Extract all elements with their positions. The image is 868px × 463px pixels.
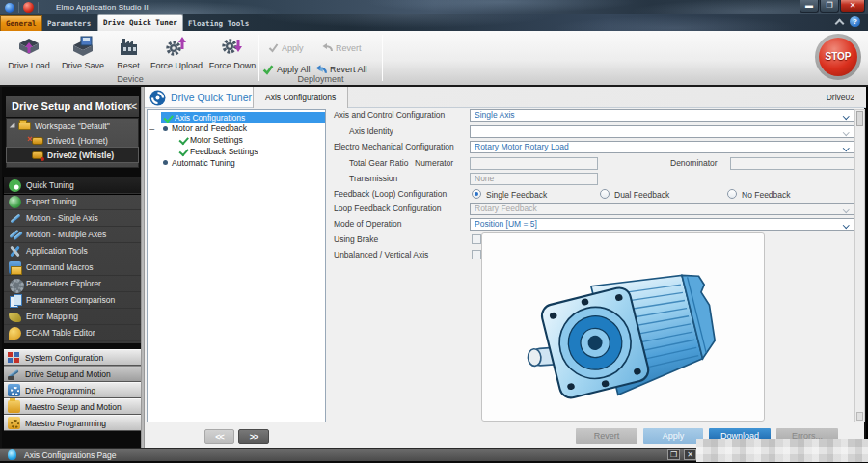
- divider: [38, 2, 39, 13]
- sidebar-item-parameters-comparison[interactable]: Parameters Comparison: [4, 292, 141, 309]
- tab-axis-configurations[interactable]: Axis Configurations: [253, 87, 348, 108]
- unbalanced-vertical-axis-checkbox[interactable]: [472, 250, 481, 259]
- no-feedback-radio[interactable]: [727, 189, 737, 199]
- mode-of-operation-select[interactable]: Position [UM = 5]: [470, 218, 854, 231]
- close-button[interactable]: ✕: [840, 0, 865, 13]
- status-expand-icon[interactable]: ✕: [684, 449, 696, 460]
- expert-tuning-icon: [9, 196, 21, 208]
- selected-value: Rotary Feedback: [475, 204, 537, 213]
- motor-illustration: [482, 233, 764, 421]
- nav-forward-button[interactable]: >>: [238, 429, 269, 444]
- force-down-button[interactable]: Force Down: [206, 35, 258, 70]
- axis-control-config-select[interactable]: Single Axis: [470, 109, 854, 122]
- status-text: Axis Configurations Page: [24, 450, 116, 460]
- tab-drive-quick-tuner[interactable]: Drive Quick Tuner: [97, 14, 183, 31]
- workspace-folder-icon: [18, 122, 31, 130]
- apply-form-button[interactable]: Apply: [643, 428, 703, 444]
- tree-item-axis-configurations[interactable]: Axis Configurations: [161, 112, 325, 123]
- revert-form-button[interactable]: Revert: [576, 428, 637, 444]
- tree-item-automatic-tuning[interactable]: Automatic Tuning: [161, 157, 325, 169]
- sidebar: Drive Setup and Motion << Workspace "Def…: [0, 87, 141, 448]
- ribbon-tab-row: General Parameters Drive Quick Tuner Flo…: [0, 14, 868, 31]
- unbalanced-vertical-axis-label: Unbalanced / Vertical Axis: [334, 250, 428, 259]
- sidebar-item-application-tools[interactable]: Application Tools: [4, 243, 141, 259]
- sidebar-item-quick-tuning[interactable]: Quick Tuning: [4, 177, 141, 194]
- deployment-group-label: Deployment: [260, 74, 381, 84]
- scrollbar-down[interactable]: [856, 412, 863, 421]
- transmission-input[interactable]: None: [470, 173, 598, 185]
- drive-save-icon: [70, 35, 95, 60]
- axis-identity-select[interactable]: [470, 125, 854, 138]
- minimize-button[interactable]: ▬: [800, 0, 819, 13]
- loop-feedback-config-select[interactable]: Rotary Feedback: [470, 203, 854, 215]
- stop-button[interactable]: STOP: [815, 34, 861, 80]
- collapse-ribbon-icon[interactable]: [835, 19, 844, 25]
- force-upload-button[interactable]: Force Upload: [147, 35, 206, 70]
- titlebar-stop-icon[interactable]: [23, 2, 34, 13]
- sidebar-item-drive-setup-and-motion[interactable]: Drive Setup and Motion: [4, 366, 141, 382]
- workspace-tree: Workspace "Default" Drive01 (Hornet) Dri…: [6, 118, 139, 168]
- titlebar: Elmo Application Studio II ▬ ❐ ✕: [0, 0, 868, 14]
- dual-feedback-radio[interactable]: [600, 189, 610, 199]
- sidebar-item-expert-tuning[interactable]: Expert Tuning: [4, 194, 141, 210]
- tree-item-motor-and-feedback[interactable]: − Motor and Feedback: [161, 123, 325, 135]
- tree-label: Motor Settings: [190, 135, 243, 145]
- drive02-label: Drive02 (Whistle): [47, 150, 114, 160]
- tab-general[interactable]: General: [0, 15, 42, 31]
- sidebar-item-maestro-setup-and-motion[interactable]: Maestro Setup and Motion: [4, 398, 141, 415]
- tree-item-motor-settings[interactable]: Motor Settings: [176, 134, 325, 146]
- sidebar-item-label: Drive Programming: [25, 386, 95, 395]
- apply-button[interactable]: Apply: [268, 42, 304, 53]
- group-separator: [258, 35, 259, 81]
- numerator-input[interactable]: [470, 157, 598, 170]
- help-icon[interactable]: ?: [850, 16, 860, 27]
- sidebar-item-command-macros[interactable]: Command Macros: [4, 259, 141, 276]
- tree-item-feedback-settings[interactable]: Feedback Settings: [176, 146, 325, 157]
- electro-mechanical-config-select[interactable]: Rotary Motor Rotary Load: [470, 141, 854, 153]
- tree-label: Axis Configurations: [175, 113, 245, 123]
- using-brake-checkbox[interactable]: [472, 234, 481, 244]
- motion-single-axis-icon: [9, 212, 21, 225]
- sidebar-header-label: Drive Setup and Motion: [12, 100, 130, 112]
- axis-identity-label: Axis Identity: [349, 126, 393, 136]
- sidebar-collapse-button[interactable]: <<: [126, 96, 136, 117]
- apply-label: Apply: [282, 43, 304, 53]
- revert-button[interactable]: Revert: [321, 42, 362, 53]
- apply-all-label: Apply All: [277, 65, 311, 74]
- sidebar-header: Drive Setup and Motion <<: [6, 96, 139, 117]
- denominator-input[interactable]: [730, 157, 854, 170]
- sidebar-item-parameters-explorer[interactable]: Parameters Explorer: [4, 276, 141, 292]
- sidebar-item-maestro-programming[interactable]: Maestro Programming: [4, 415, 141, 431]
- drive-load-button[interactable]: Drive Load: [4, 35, 54, 70]
- tree-item-drive01[interactable]: Drive01 (Hornet): [7, 133, 138, 148]
- tab-parameters[interactable]: Parameters: [42, 16, 95, 31]
- tree-item-workspace[interactable]: Workspace "Default": [7, 119, 138, 133]
- tree-item-drive02[interactable]: Drive02 (Whistle): [7, 148, 138, 162]
- selected-value: Single Axis: [475, 110, 515, 120]
- drive-save-button[interactable]: Drive Save: [58, 35, 108, 70]
- denominator-label: Denominator: [670, 158, 718, 168]
- sidebar-item-ecam-table-editor[interactable]: ECAM Table Editor: [4, 325, 141, 341]
- check-icon: [178, 148, 188, 155]
- status-window-icon[interactable]: ❒: [667, 449, 680, 460]
- expander-icon[interactable]: [10, 122, 17, 129]
- nav-back-button[interactable]: <<: [204, 429, 234, 444]
- sidebar-item-drive-programming[interactable]: Drive Programming: [4, 382, 141, 398]
- window-controls: ▬ ❐ ✕: [799, 0, 865, 13]
- scrollbar-thumb[interactable]: [856, 111, 863, 126]
- drive-setup-icon: [8, 368, 20, 380]
- reset-button[interactable]: Reset: [110, 35, 147, 70]
- tab-floating-tools[interactable]: Floating Tools: [183, 16, 254, 31]
- vertical-scrollbar[interactable]: [854, 109, 865, 422]
- app-icon[interactable]: [5, 3, 14, 13]
- sidebar-item-error-mapping[interactable]: Error Mapping: [4, 309, 141, 325]
- system-configuration-icon: [8, 351, 20, 364]
- restore-button[interactable]: ❐: [820, 0, 839, 13]
- single-feedback-radio[interactable]: [472, 189, 481, 199]
- sidebar-item-motion-single-axis[interactable]: Motion - Single Axis: [4, 210, 141, 227]
- sidebar-item-motion-multiple-axes[interactable]: Motion - Multiple Axes: [4, 227, 141, 243]
- axis-control-config-label: Axis and Control Configuration: [334, 110, 445, 120]
- chevron-down-icon: [844, 207, 850, 213]
- sidebar-item-system-configuration[interactable]: System Configuration: [4, 349, 141, 366]
- collapse-expander[interactable]: −: [149, 124, 155, 135]
